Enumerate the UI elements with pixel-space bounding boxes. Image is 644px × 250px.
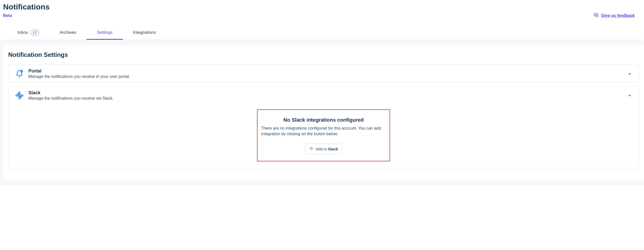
- tabs: Inbox 17 Archives Settings Integrations: [3, 26, 641, 40]
- page-title: Notifications: [3, 3, 641, 11]
- section-title: Notification Settings: [8, 51, 639, 58]
- feedback-label: Give us feedback: [601, 13, 635, 18]
- slack-title: Slack: [28, 90, 623, 96]
- slack-logo-icon: [309, 146, 314, 152]
- slack-card-header[interactable]: Slack Manage the notifications you recei…: [8, 87, 639, 104]
- inbox-count-badge: 17: [30, 30, 39, 35]
- add-to-slack-label: Add to Slack: [316, 147, 338, 151]
- svg-rect-9: [311, 147, 312, 148]
- tab-inbox[interactable]: Inbox 17: [7, 26, 49, 40]
- portal-desc: Manage the notifications you receive in …: [28, 74, 623, 79]
- settings-panel: Notification Settings Portal Manage the …: [3, 45, 644, 179]
- svg-rect-12: [309, 148, 311, 149]
- portal-title: Portal: [28, 68, 623, 74]
- portal-card-text: Portal Manage the notifications you rece…: [28, 68, 623, 79]
- chevron-up-icon: [627, 93, 632, 98]
- slack-empty-state: No Slack integrations configured There a…: [257, 109, 390, 161]
- slack-empty-title: No Slack integrations configured: [261, 117, 386, 123]
- tab-settings-label: Settings: [97, 30, 112, 35]
- svg-point-4: [22, 72, 22, 72]
- slack-card: Slack Manage the notifications you recei…: [8, 86, 639, 168]
- slack-body: No Slack integrations configured There a…: [8, 104, 639, 168]
- tab-archives-label: Archives: [60, 30, 76, 35]
- add-to-slack-button[interactable]: Add to Slack: [305, 144, 342, 154]
- slack-icon: [15, 91, 24, 100]
- portal-card: Portal Manage the notifications you rece…: [8, 65, 639, 83]
- svg-rect-10: [312, 148, 313, 149]
- feedback-icon: [593, 12, 599, 19]
- tab-settings[interactable]: Settings: [87, 26, 123, 40]
- give-feedback-link[interactable]: Give us feedback: [593, 12, 635, 19]
- chevron-down-icon: [627, 71, 632, 76]
- slack-card-text: Slack Manage the notifications you recei…: [28, 90, 623, 101]
- tab-archives[interactable]: Archives: [49, 26, 87, 40]
- svg-rect-7: [16, 95, 19, 96]
- slack-desc: Manage the notifications you receive via…: [28, 96, 623, 101]
- page-header: Notifications Beta Give us feedback Inbo…: [0, 0, 644, 40]
- subheader-row: Beta Give us feedback: [3, 12, 641, 19]
- portal-card-header[interactable]: Portal Manage the notifications you rece…: [8, 65, 639, 82]
- svg-rect-6: [19, 96, 20, 99]
- svg-rect-8: [20, 95, 23, 96]
- bell-icon: [15, 69, 24, 78]
- beta-badge: Beta: [3, 13, 12, 18]
- tab-integrations[interactable]: Integrations: [123, 26, 166, 40]
- tab-integrations-label: Integrations: [133, 30, 156, 35]
- slack-empty-desc: There are no integrations configured for…: [261, 126, 386, 137]
- tab-inbox-label: Inbox: [17, 30, 28, 35]
- svg-rect-11: [311, 149, 312, 150]
- svg-rect-5: [19, 92, 20, 95]
- content-area: Notification Settings Portal Manage the …: [0, 40, 644, 185]
